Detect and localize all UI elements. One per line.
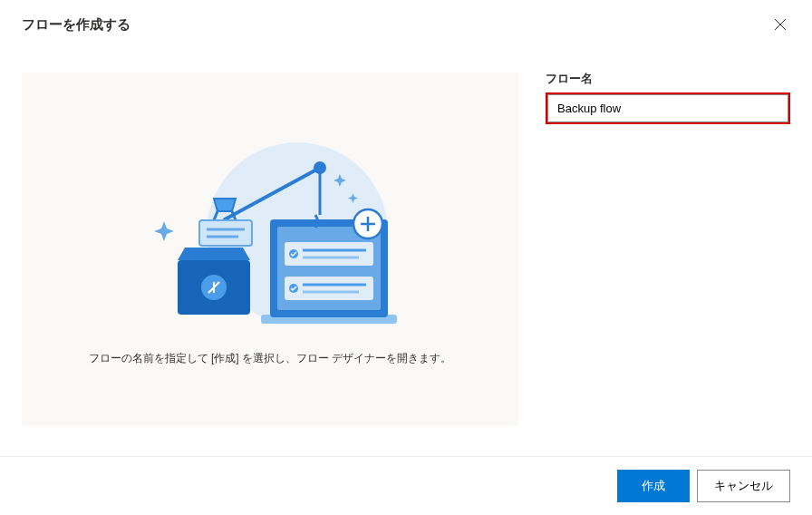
flow-illustration [134,133,406,333]
form-panel: フロー名 [546,44,790,426]
close-icon [774,18,787,31]
illustration-description: フローの名前を指定して [作成] を選択し、フロー デザイナーを開きます。 [89,351,452,366]
svg-rect-8 [199,220,252,246]
dialog-header: フローを作成する [0,0,812,44]
flow-name-input[interactable] [547,94,788,122]
close-button[interactable] [770,16,790,36]
cancel-button[interactable]: キャンセル [697,470,790,502]
illustration-container: フローの名前を指定して [作成] を選択し、フロー デザイナーを開きます。 [22,73,518,426]
dialog-footer: 作成 キャンセル [0,456,812,515]
flow-name-label: フロー名 [546,71,790,87]
flow-name-highlight [546,92,790,124]
illustration-panel: フローの名前を指定して [作成] を選択し、フロー デザイナーを開きます。 [22,44,518,426]
dialog-title: フローを作成する [22,16,130,34]
dialog-content: フローの名前を指定して [作成] を選択し、フロー デザイナーを開きます。 フロ… [0,44,812,426]
create-button[interactable]: 作成 [617,470,690,502]
